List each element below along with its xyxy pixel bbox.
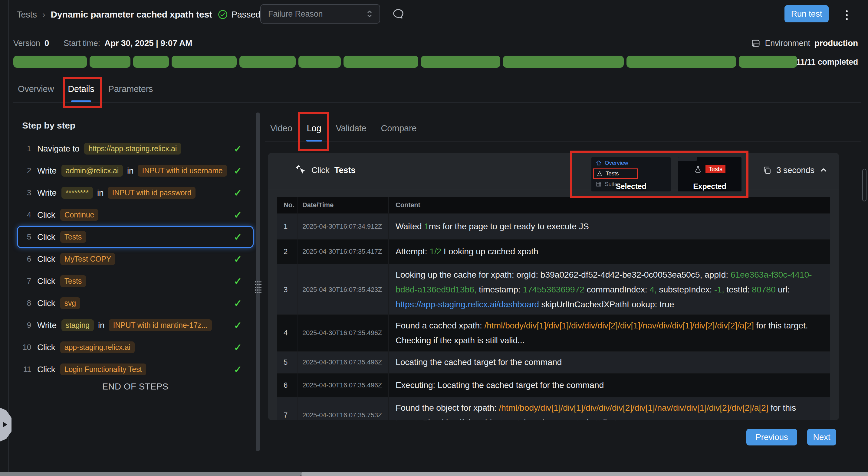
log-row-timestamp: 2025-04-30T16:07:35.423Z — [298, 264, 389, 315]
check-icon: ✓ — [234, 231, 242, 243]
home-icon — [596, 160, 602, 166]
step-target-badge: Continue — [60, 209, 98, 221]
next-button[interactable]: Next — [807, 429, 836, 445]
kebab-menu-button[interactable] — [844, 8, 850, 22]
progress-bar — [13, 56, 797, 68]
log-row[interactable]: 72025-04-30T16:07:35.753ZFound the objec… — [277, 397, 830, 420]
main-tabs: Overview Details Parameters — [17, 82, 153, 102]
step-action: Click — [37, 276, 55, 286]
panel-tabs: Video Log Validate Compare — [270, 122, 417, 141]
log-row-content: Waited 1ms for the page to get ready to … — [389, 214, 830, 239]
selected-screenshot-thumbnail[interactable]: OverviewTestsSuites Selected — [591, 157, 671, 192]
tab-overview[interactable]: Overview — [17, 82, 55, 102]
tab-details[interactable]: Details — [67, 82, 95, 102]
left-panel-edge — [8, 0, 9, 476]
progress-segment — [343, 56, 418, 68]
log-row-number: 3 — [277, 264, 298, 315]
step-row[interactable]: 1Navigate tohttps://app-staging.relicx.a… — [17, 138, 254, 160]
horizontal-scrollbar-thumb[interactable] — [0, 472, 302, 476]
progress-segment — [172, 56, 236, 68]
check-icon: ✓ — [234, 209, 242, 221]
step-row[interactable]: 4ClickContinue✓ — [17, 204, 254, 226]
step-row[interactable]: 6ClickMyTest COPY✓ — [17, 248, 254, 270]
step-row[interactable]: 9WritestaginginINPUT with id mantine-17z… — [17, 314, 254, 336]
status-label: Passed — [231, 10, 260, 20]
col-content: Content — [389, 197, 830, 213]
run-test-button[interactable]: Run test — [784, 5, 829, 22]
next-label: Next — [813, 433, 831, 442]
step-number: 5 — [18, 232, 31, 242]
flask-icon — [694, 165, 702, 173]
expected-screenshot-thumbnail[interactable]: Tests Expected — [678, 157, 742, 192]
progress-segment — [133, 56, 169, 68]
step-row[interactable]: 10Clickapp-staging.relicx.ai✓ — [17, 336, 254, 359]
check-icon: ✓ — [234, 298, 242, 309]
panel-resize-handle[interactable] — [255, 281, 262, 295]
duration-label: 3 seconds — [776, 165, 814, 175]
comment-button[interactable] — [391, 7, 406, 21]
check-icon: ✓ — [234, 165, 242, 177]
tab-parameters[interactable]: Parameters — [108, 82, 154, 102]
tab-validate[interactable]: Validate — [335, 122, 367, 141]
col-datetime: Date/Time — [298, 197, 389, 213]
tab-compare[interactable]: Compare — [380, 122, 417, 141]
log-row[interactable]: 22025-04-30T16:07:35.417ZAttempt: 1/2 Lo… — [277, 239, 830, 264]
chevron-up-icon[interactable] — [819, 166, 828, 174]
check-icon: ✓ — [234, 143, 242, 155]
log-row[interactable]: 32025-04-30T16:07:35.423ZLooking up the … — [277, 264, 830, 315]
right-triangle-icon — [3, 422, 7, 427]
copy-icon[interactable] — [763, 166, 771, 175]
step-number: 6 — [18, 254, 31, 264]
log-row-content: Found the object for xpath: /html/body/d… — [389, 397, 830, 420]
command-header: Click Tests — [296, 165, 355, 176]
step-number: 3 — [18, 188, 31, 198]
log-row[interactable]: 42025-04-30T16:07:35.496ZFound a cached … — [277, 315, 830, 352]
side-panel-expander[interactable] — [0, 408, 11, 442]
step-action: Click — [37, 254, 55, 264]
step-target-badge: admin@relicx.ai — [61, 165, 123, 177]
expected-label: Expected — [678, 182, 742, 191]
log-row[interactable]: 62025-04-30T16:07:35.496ZExecuting: Loca… — [277, 373, 830, 397]
log-row[interactable]: 12025-04-30T16:07:34.912ZWaited 1ms for … — [277, 214, 830, 239]
progress-segment — [90, 56, 130, 68]
start-time-value: Apr 30, 2025 | 9:07 AM — [104, 38, 192, 48]
step-join-text: in — [97, 188, 103, 198]
flask-icon — [596, 171, 602, 177]
log-row[interactable]: 52025-04-30T16:07:35.496ZLocating the ca… — [277, 352, 830, 373]
step-action: Click — [37, 210, 55, 220]
expected-target-highlight: Tests — [706, 165, 725, 173]
step-row[interactable]: 7ClickTests✓ — [17, 270, 254, 292]
breadcrumb-tests-link[interactable]: Tests — [17, 10, 37, 20]
step-action: Write — [37, 188, 57, 198]
log-table: No. Date/Time Content 12025-04-30T16:07:… — [277, 197, 830, 420]
version-value: 0 — [44, 38, 49, 48]
end-of-steps-label: END OF STEPS — [17, 382, 254, 392]
tab-log[interactable]: Log — [306, 122, 322, 141]
step-row[interactable]: 2Writeadmin@relicx.aiinINPUT with id use… — [17, 160, 254, 182]
right-scrollbar-thumb[interactable] — [862, 169, 867, 201]
step-row[interactable]: 8Clicksvg✓ — [17, 292, 254, 314]
check-icon: ✓ — [234, 187, 242, 199]
log-row-content: Looking up the cache for xpath: orgId: b… — [389, 264, 830, 315]
tab-video[interactable]: Video — [270, 122, 293, 141]
progress-completed-label: 11/11 completed — [796, 58, 858, 67]
previous-button[interactable]: Previous — [746, 429, 797, 445]
start-time-label: Start time: — [64, 39, 100, 48]
breadcrumb: Tests › Dynamic parameter cached xpath t… — [17, 7, 260, 22]
steps-panel-title: Step by step — [22, 121, 75, 131]
check-circle-icon — [218, 9, 228, 20]
check-icon: ✓ — [234, 342, 242, 353]
step-row[interactable]: 3Write********inINPUT with id password✓ — [17, 182, 254, 204]
panel-tabs-divider — [265, 141, 861, 142]
horizontal-scrollbar-track[interactable] — [302, 472, 868, 476]
failure-reason-select[interactable]: Failure Reason — [260, 4, 380, 24]
progress-segment — [239, 56, 296, 68]
step-row[interactable]: 5ClickTests✓ — [17, 226, 254, 248]
click-cursor-icon — [296, 165, 307, 176]
step-row[interactable]: 11ClickLogin Functionality Test✓ — [17, 359, 254, 380]
mini-folder-tab — [678, 157, 697, 161]
step-number: 4 — [18, 210, 31, 219]
step-action: Navigate to — [37, 144, 79, 154]
col-no: No. — [277, 197, 298, 213]
step-join-text: in — [98, 320, 104, 330]
